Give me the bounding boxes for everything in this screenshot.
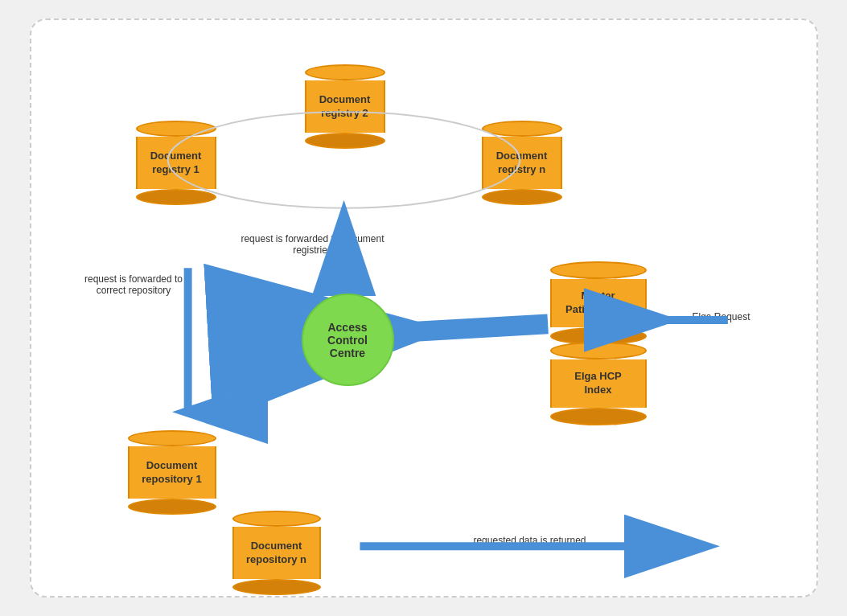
cyl-bottom-ellipse: [232, 579, 321, 595]
acc-label: AccessControlCentre: [327, 321, 368, 359]
cyl-top-ellipse: [550, 342, 647, 359]
cyl-bottom-ellipse: [305, 133, 385, 149]
master-patient-index-label: MasterPatient Index: [550, 279, 647, 327]
cyl-top-ellipse: [550, 261, 647, 279]
label-request-to-repository: request is forwarded tocorrect repositor…: [76, 273, 192, 296]
doc-registry-1-label: Documentregistry 1: [136, 137, 216, 189]
cyl-bottom-ellipse: [550, 408, 647, 425]
master-patient-index-cylinder: MasterPatient Index: [550, 261, 647, 345]
elga-hcp-index-label: Elga HCPIndex: [550, 359, 647, 408]
label-data-returned: requested data is returned: [434, 535, 627, 546]
svg-line-6: [408, 324, 548, 332]
cyl-bottom-ellipse: [128, 499, 216, 515]
cyl-bottom-ellipse: [482, 189, 562, 205]
cyl-bottom-ellipse: [136, 189, 216, 205]
label-elga-request: Elga Request: [681, 311, 762, 322]
doc-repository-n-label: Documentrepository n: [232, 527, 321, 579]
doc-registry-2-label: Documentregistry 2: [305, 80, 385, 133]
doc-repository-1-label: Documentrepository 1: [128, 446, 216, 499]
label-request-to-registries: request is forwarded to document registr…: [220, 233, 405, 256]
access-control-centre: AccessControlCentre: [302, 294, 394, 386]
doc-registry-2-cylinder: Documentregistry 2: [305, 64, 385, 149]
doc-registry-1-cylinder: Documentregistry 1: [136, 121, 216, 205]
doc-repository-n-cylinder: Documentrepository n: [232, 511, 321, 595]
cyl-top-ellipse: [482, 121, 562, 137]
diagram-container: Documentregistry 2 Documentregistry 1 Do…: [30, 18, 818, 598]
elga-hcp-index-cylinder: Elga HCPIndex: [550, 342, 647, 425]
cyl-top-ellipse: [128, 430, 216, 446]
doc-repository-1-cylinder: Documentrepository 1: [128, 430, 216, 515]
cyl-top-ellipse: [136, 121, 216, 137]
cyl-top-ellipse: [305, 64, 385, 80]
doc-registry-n-label: Documentregistry n: [482, 137, 562, 189]
cyl-top-ellipse: [232, 511, 321, 527]
doc-registry-n-cylinder: Documentregistry n: [482, 121, 562, 205]
